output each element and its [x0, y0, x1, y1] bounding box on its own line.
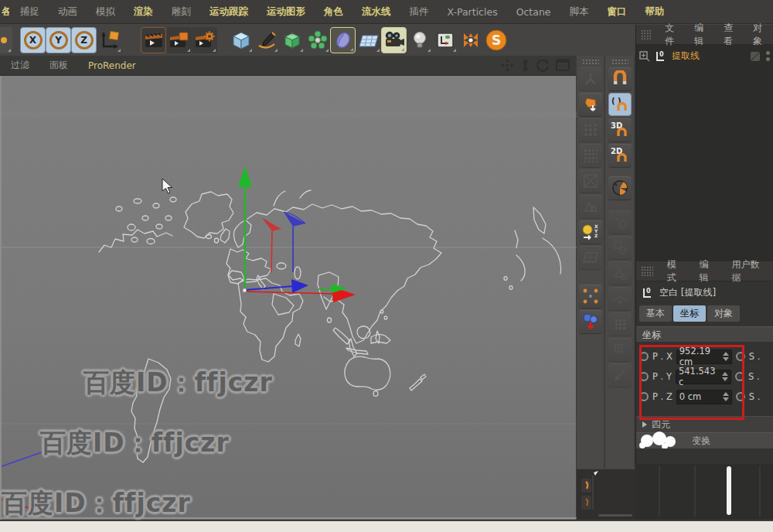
toolbar-grip[interactable] — [582, 59, 599, 65]
rotate-icon[interactable] — [536, 59, 550, 72]
menu-item-mograph[interactable]: 运动图形 — [267, 5, 305, 19]
snap-ghost-2[interactable] — [608, 236, 632, 259]
tab-object[interactable]: 对象 — [707, 305, 740, 322]
px-spinner[interactable] — [723, 352, 729, 361]
menu-item-motion-tracker[interactable]: 运动跟踪 — [209, 5, 248, 19]
render-view-button[interactable] — [141, 27, 166, 53]
om-menu-file[interactable]: 文件 — [665, 22, 680, 48]
om-menu-objects[interactable]: 对象 — [753, 22, 768, 48]
transform-section[interactable]: 变换 — [636, 432, 773, 448]
model-mode-button[interactable] — [579, 195, 602, 218]
panel-grip-icon[interactable] — [641, 29, 651, 40]
px-key-icon[interactable] — [639, 352, 649, 361]
object-row[interactable]: 0 提取线 — [636, 45, 773, 67]
y-axis-lock-button[interactable]: Y — [46, 27, 71, 53]
px-input[interactable]: 952.19 cm — [676, 350, 732, 364]
expand-icon[interactable] — [639, 51, 650, 62]
add-cube-button[interactable] — [228, 27, 254, 53]
quantize-rotate-button[interactable] — [608, 176, 632, 200]
snap-ghost-6[interactable] — [608, 338, 632, 361]
mograph-array-button[interactable] — [305, 27, 330, 53]
menu-item-animation[interactable]: 动画 — [58, 5, 77, 19]
menu-item-character[interactable]: 角色 — [324, 5, 343, 19]
snap-ghost-1[interactable] — [608, 210, 632, 234]
snap-spheres-button[interactable] — [579, 310, 602, 333]
snap-ghost-4[interactable] — [608, 287, 632, 310]
substance-button[interactable]: S — [483, 27, 509, 53]
coordinate-system-button[interactable] — [97, 27, 122, 53]
om-menu-view[interactable]: 查看 — [724, 22, 739, 48]
z-axis-lock-button[interactable]: Z — [71, 27, 97, 53]
edge-mode-button[interactable] — [579, 169, 602, 193]
layer-icon[interactable] — [750, 51, 762, 62]
render-settings-button[interactable] — [192, 27, 217, 53]
menu-item-help[interactable]: 帮助 — [645, 5, 665, 19]
make-editable-button[interactable] — [579, 93, 602, 116]
object-name[interactable]: 提取线 — [672, 49, 700, 63]
py-key-icon[interactable] — [639, 372, 649, 381]
snap-ghost-3[interactable] — [608, 261, 632, 285]
sx-key-icon[interactable] — [736, 352, 745, 361]
subdivision-surface-button[interactable] — [279, 27, 305, 53]
pz-key-icon[interactable] — [639, 392, 649, 401]
camera-button[interactable] — [381, 27, 407, 53]
menu-item-simulate[interactable]: 模拟 — [96, 5, 115, 19]
py-input[interactable]: 541.543 c — [676, 370, 731, 384]
am-menu-mode[interactable]: 模式 — [667, 258, 686, 285]
menu-item-render[interactable]: 渲染 — [134, 5, 153, 19]
sy-key-icon[interactable] — [735, 372, 744, 381]
am-menu-edit[interactable]: 编辑 — [700, 258, 718, 285]
light-button[interactable] — [407, 27, 432, 53]
tab-coordinates[interactable]: 坐标 — [673, 305, 706, 322]
om-menu-edit[interactable]: 编辑 — [694, 22, 710, 48]
viewport-tab-filter[interactable]: 过滤 — [11, 59, 29, 72]
menu-item-script[interactable]: 脚本 — [570, 5, 589, 19]
magnet-snap-button[interactable] — [608, 67, 632, 90]
xpresso-button[interactable] — [432, 27, 458, 53]
floor-plane-button[interactable] — [356, 27, 381, 53]
menu-item-snap[interactable]: 捕捉 — [20, 5, 39, 19]
viewport-tab-prorender[interactable]: ProRender — [88, 60, 136, 71]
panel-grip-icon[interactable] — [641, 266, 653, 277]
snap-toolbar-grip[interactable] — [611, 59, 628, 65]
py-spinner[interactable] — [722, 372, 728, 381]
tab-basic[interactable]: 基本 — [639, 305, 672, 322]
partial-button[interactable] — [0, 27, 12, 53]
am-menu-userdata[interactable]: 用户数据 — [731, 258, 768, 285]
menu-item-octane[interactable]: Octane — [516, 6, 551, 18]
visibility-dots[interactable] — [766, 51, 770, 61]
deform-bend-button[interactable] — [330, 27, 356, 53]
y-axis-icon: Y — [49, 31, 68, 49]
workplane-button[interactable] — [579, 246, 602, 269]
pz-input[interactable]: 0 cm — [676, 390, 732, 404]
snap-ghost-7[interactable] — [608, 363, 632, 387]
spline-pen-button[interactable] — [254, 27, 279, 53]
menu-item-window[interactable]: 窗口 — [608, 5, 627, 19]
points-mode-button[interactable] — [579, 118, 602, 142]
menu-item-sculpt[interactable]: 雕刻 — [172, 5, 191, 19]
render-to-picture-viewer-button[interactable] — [166, 27, 192, 53]
viewport-tab-panel[interactable]: 面板 — [49, 59, 68, 72]
menu-item-pipeline[interactable]: 流水线 — [362, 5, 391, 19]
x-axis-lock-button[interactable]: X — [20, 27, 46, 53]
maximize-icon[interactable] — [556, 59, 570, 71]
white-slider-bar[interactable] — [727, 466, 731, 515]
zoom-icon[interactable] — [520, 59, 530, 72]
axis-mode-button[interactable]: X Y Z — [579, 220, 602, 244]
coordinates-section-header[interactable]: 坐标 — [636, 326, 773, 342]
snap-2d-button[interactable]: 2D — [608, 144, 632, 167]
texture-mode-button[interactable] — [579, 285, 602, 308]
snap-ghost-5[interactable] — [608, 312, 632, 336]
quaternion-section[interactable]: 四元 — [636, 416, 773, 432]
menu-item-plugins[interactable]: 插件 — [410, 5, 429, 19]
sz-key-icon[interactable] — [736, 392, 745, 401]
joint-tool-button[interactable] — [579, 67, 602, 90]
snap-enabled-button[interactable]: ( ) — [608, 93, 632, 116]
pz-spinner[interactable] — [723, 392, 729, 401]
pan-icon[interactable] — [501, 59, 514, 72]
menu-item-xparticles[interactable]: X-Particles — [448, 6, 498, 18]
snap-3d-button[interactable]: 3D — [608, 118, 632, 142]
menu-item-partial[interactable]: 各 — [2, 5, 9, 19]
octane-dialog-button[interactable] — [458, 27, 483, 53]
polygons-mode-button[interactable] — [579, 144, 602, 167]
